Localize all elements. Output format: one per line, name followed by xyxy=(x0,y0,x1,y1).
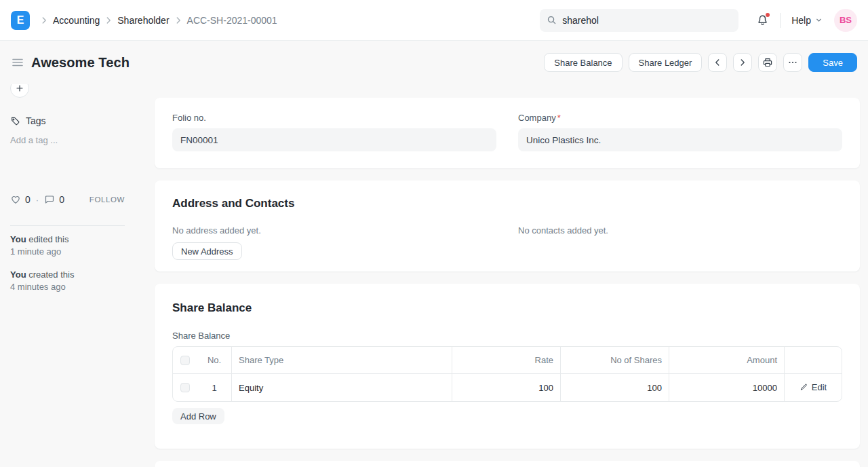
page-actions: Share Balance Share Ledger xyxy=(544,53,857,72)
company-input[interactable] xyxy=(518,128,842,151)
no-address-text: No address added yet. xyxy=(172,225,496,236)
chevron-right-icon xyxy=(738,58,747,67)
sidebar-toggle-button[interactable] xyxy=(11,56,24,69)
page-title: Awesome Tech xyxy=(31,55,130,71)
hamburger-icon xyxy=(11,56,24,69)
chevron-right-icon xyxy=(174,16,183,25)
ellipsis-icon xyxy=(787,57,798,68)
edit-row-button[interactable]: Edit xyxy=(800,382,827,392)
social-row: 0 · 0 FOLLOW xyxy=(10,194,125,205)
navbar-right: Help BS xyxy=(540,9,857,32)
timeline-action: edited this xyxy=(28,234,68,244)
search-input[interactable] xyxy=(562,15,732,26)
top-navbar: E Accounting Shareholder ACC-SH-2021-000… xyxy=(0,0,868,41)
print-button[interactable] xyxy=(758,53,777,72)
search-icon xyxy=(547,15,557,25)
timeline-user: You xyxy=(10,234,26,244)
new-address-button[interactable]: New Address xyxy=(172,242,242,260)
row-checkbox[interactable] xyxy=(180,383,190,392)
share-type-cell[interactable]: Equity xyxy=(231,374,452,401)
column-header-no-of-shares: No of Shares xyxy=(560,347,669,374)
share-balance-table: No. Share Type Rate No of Shares Amount … xyxy=(172,346,842,402)
notifications-button[interactable] xyxy=(756,14,769,26)
help-menu[interactable]: Help xyxy=(791,15,823,26)
next-document-button[interactable] xyxy=(733,53,752,72)
tags-section-header: Tags xyxy=(10,115,125,126)
menu-dots-button[interactable] xyxy=(783,53,802,72)
sidebar-divider xyxy=(10,225,125,226)
likes-count[interactable]: 0 xyxy=(25,194,31,205)
content-layout: Tags Add a tag ... 0 · 0 FOLLOW xyxy=(0,84,868,467)
chevron-down-icon xyxy=(814,16,823,24)
timeline-entry: You edited this 1 minute ago xyxy=(10,234,125,257)
timeline-entry: You created this 4 minutes ago xyxy=(10,269,125,293)
table-row: 1 Equity 100 100 10000 Edit xyxy=(173,374,842,401)
timeline-action: created this xyxy=(28,269,74,280)
share-balance-title: Share Balance xyxy=(172,301,842,315)
column-header-no: No. xyxy=(197,347,231,374)
details-card: Folio no. Company* xyxy=(155,98,860,168)
edit-label: Edit xyxy=(812,382,827,392)
breadcrumb-accounting[interactable]: Accounting xyxy=(53,15,100,26)
separator-dot: · xyxy=(36,195,39,205)
share-balance-button[interactable]: Share Balance xyxy=(544,53,622,72)
app-logo[interactable]: E xyxy=(11,11,30,30)
contacts-column: No contacts added yet. xyxy=(518,210,842,260)
page-header: Awesome Tech Share Balance Share Ledger xyxy=(0,41,868,84)
form-body: Folio no. Company* Address and Contacts … xyxy=(155,84,860,467)
chevron-right-icon xyxy=(39,16,49,25)
company-label-text: Company xyxy=(518,113,556,123)
column-header-amount: Amount xyxy=(669,347,784,374)
add-tag-input[interactable]: Add a tag ... xyxy=(10,135,125,145)
amount-cell[interactable]: 10000 xyxy=(669,374,784,401)
folio-field: Folio no. xyxy=(172,113,496,151)
chevron-right-icon xyxy=(104,16,113,25)
printer-icon xyxy=(762,57,773,68)
pencil-icon xyxy=(800,383,808,392)
no-contacts-text: No contacts added yet. xyxy=(518,225,842,236)
column-header-rate: Rate xyxy=(452,347,560,374)
document-sidebar: Tags Add a tag ... 0 · 0 FOLLOW xyxy=(0,84,155,293)
address-column: No address added yet. New Address xyxy=(172,210,496,260)
breadcrumb-current-doc: ACC-SH-2021-00001 xyxy=(187,15,277,26)
notification-dot xyxy=(766,13,770,17)
tags-label: Tags xyxy=(26,115,46,126)
user-avatar[interactable]: BS xyxy=(834,9,857,32)
previous-document-button[interactable] xyxy=(708,53,727,72)
table-header-row: No. Share Type Rate No of Shares Amount xyxy=(173,347,842,374)
company-field: Company* xyxy=(518,113,842,151)
column-header-share-type: Share Type xyxy=(231,347,452,374)
breadcrumb-shareholder[interactable]: Shareholder xyxy=(117,15,169,26)
timeline-user: You xyxy=(10,269,26,280)
save-button[interactable]: Save xyxy=(808,53,857,72)
share-balance-card: Share Balance Share Balance No. Share Ty… xyxy=(155,284,860,449)
required-asterisk: * xyxy=(557,113,561,123)
breadcrumb: Accounting Shareholder ACC-SH-2021-00001 xyxy=(39,15,277,26)
no-of-shares-cell[interactable]: 100 xyxy=(560,374,669,401)
comment-icon[interactable] xyxy=(44,194,55,205)
timeline-timestamp: 1 minute ago xyxy=(10,246,125,257)
row-number: 1 xyxy=(197,374,231,401)
plus-icon xyxy=(15,83,24,93)
rate-cell[interactable]: 100 xyxy=(452,374,560,401)
chevron-left-icon xyxy=(713,58,722,67)
heart-icon[interactable] xyxy=(10,194,21,205)
help-label: Help xyxy=(791,15,811,26)
add-row-button[interactable]: Add Row xyxy=(172,408,224,424)
folio-label: Folio no. xyxy=(172,113,496,123)
global-search[interactable] xyxy=(540,9,738,32)
folio-input[interactable] xyxy=(172,128,496,151)
column-header-actions xyxy=(784,347,842,374)
next-section-card xyxy=(155,461,860,467)
address-contacts-card: Address and Contacts No address added ye… xyxy=(155,181,860,272)
timeline-timestamp: 4 minutes ago xyxy=(10,281,125,293)
share-ledger-button[interactable]: Share Ledger xyxy=(629,53,703,72)
select-all-checkbox[interactable] xyxy=(180,356,190,365)
tag-icon xyxy=(10,116,20,126)
share-balance-table-label: Share Balance xyxy=(172,331,842,341)
comments-count[interactable]: 0 xyxy=(59,194,64,205)
navbar-divider xyxy=(780,13,781,28)
company-label: Company* xyxy=(518,113,842,123)
address-contacts-title: Address and Contacts xyxy=(172,197,842,210)
follow-button[interactable]: FOLLOW xyxy=(90,195,125,204)
